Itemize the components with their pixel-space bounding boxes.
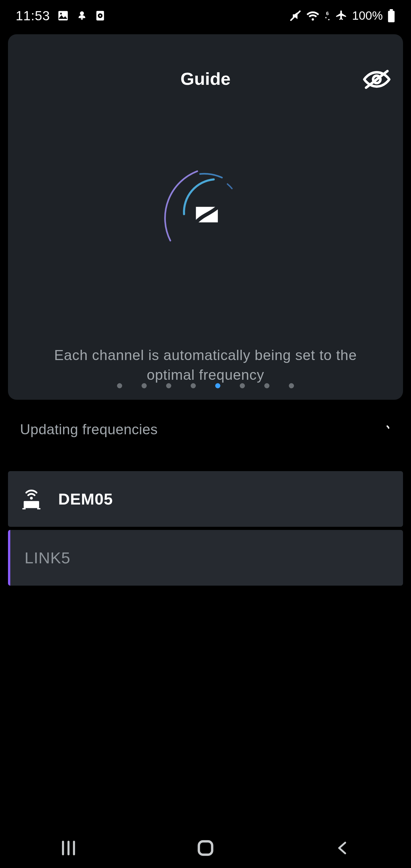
svg-rect-0 <box>59 11 68 21</box>
page-dot[interactable] <box>264 383 270 388</box>
page-dot[interactable] <box>141 383 147 388</box>
page-dot[interactable] <box>166 383 171 388</box>
back-icon <box>335 839 350 857</box>
status-row: Updating frequencies <box>20 421 391 438</box>
page-dot[interactable] <box>289 383 294 388</box>
receiver-icon <box>21 489 42 509</box>
svg-point-1 <box>60 13 62 14</box>
svg-text:6: 6 <box>326 11 328 16</box>
device-row-demo[interactable]: DEM05 <box>8 471 403 527</box>
nav-back-button[interactable] <box>325 831 360 865</box>
status-left: 11:53 <box>16 8 106 23</box>
svg-point-13 <box>30 497 33 499</box>
device-label: DEM05 <box>58 490 113 508</box>
page-dot[interactable] <box>240 383 245 388</box>
wifi-icon <box>306 10 320 22</box>
svg-rect-14 <box>24 501 39 508</box>
status-time: 11:53 <box>16 8 50 23</box>
device-label: LINK5 <box>25 549 70 567</box>
download-icon <box>76 9 88 22</box>
loading-icon <box>380 424 391 435</box>
scan-animation <box>8 146 403 283</box>
guide-title: Guide <box>8 68 403 89</box>
page-dot[interactable] <box>117 383 122 388</box>
android-status-bar: 11:53 6 100% <box>0 0 411 31</box>
status-text: Updating frequencies <box>20 421 158 438</box>
svg-rect-9 <box>388 11 395 22</box>
nav-recents-button[interactable] <box>51 831 86 865</box>
home-icon <box>195 838 216 858</box>
page-dot[interactable] <box>191 383 196 388</box>
mute-icon <box>289 10 302 22</box>
android-nav-bar <box>0 828 411 868</box>
guide-card: Guide Each channel is automatically bein… <box>8 34 403 400</box>
status-right: 6 100% <box>289 9 395 23</box>
device-row-link[interactable]: LINK5 <box>8 530 403 586</box>
eye-off-icon <box>362 69 391 89</box>
battery-percentage: 100% <box>352 9 383 23</box>
airplane-icon <box>335 9 348 22</box>
svg-point-5 <box>99 15 101 16</box>
svg-rect-16 <box>37 508 40 509</box>
guide-description: Each channel is automatically being set … <box>31 345 380 385</box>
gallery-icon <box>57 9 69 22</box>
svg-rect-8 <box>389 9 393 11</box>
svg-rect-20 <box>199 841 212 855</box>
file-icon <box>94 9 106 22</box>
nav-home-button[interactable] <box>188 831 223 865</box>
wifi-badge-icon: 6 <box>324 11 330 21</box>
guide-page-dots <box>8 383 403 388</box>
recents-icon <box>59 839 78 858</box>
page-dot[interactable] <box>215 383 220 388</box>
svg-point-2 <box>80 11 84 16</box>
svg-line-6 <box>291 11 300 20</box>
battery-icon <box>387 9 395 22</box>
svg-rect-15 <box>23 508 26 509</box>
hide-guide-button[interactable] <box>362 65 391 94</box>
